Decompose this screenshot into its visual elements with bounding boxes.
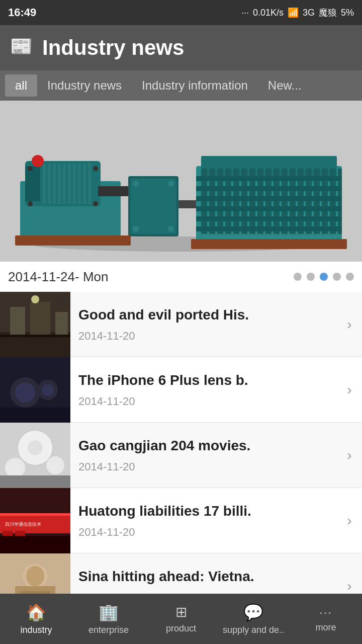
nav-label-enterprise: enterprise [88,625,129,635]
home-icon: 🏠 [26,603,46,622]
news-list: Good and evil ported His. 2014-11-20 › T… [0,292,362,644]
svg-rect-55 [191,239,347,249]
svg-rect-49 [196,186,342,191]
svg-point-24 [168,181,174,187]
nav-item-enterprise[interactable]: 🏢 enterprise [72,603,145,635]
news-item[interactable]: Gao cangjian 204 movies. 2014-11-20 › [0,423,362,488]
news-content: Good and evil ported His. 2014-11-20 [70,292,337,357]
svg-rect-4 [25,166,40,201]
svg-rect-62 [0,335,70,337]
nav-item-product[interactable]: ⊞ product [145,604,217,634]
bottom-nav: 🏠 industry 🏢 enterprise ⊞ product 💬 supp… [0,594,362,644]
svg-point-17 [28,166,33,171]
news-thumbnail [0,423,70,488]
supply-icon: 💬 [243,603,263,622]
svg-rect-5 [43,164,46,204]
more-icon: ··· [319,605,332,619]
news-item[interactable]: 四川华通信息技术 Huatong liabilities 17 billi. 2… [0,488,362,553]
carousel-dot-1[interactable] [294,273,302,281]
svg-point-73 [46,456,64,474]
hero-image [0,101,362,262]
tab-industry-news[interactable]: Industry news [37,74,132,97]
svg-point-25 [133,226,139,232]
svg-rect-68 [0,408,70,423]
nav-item-supply[interactable]: 💬 supply and de.. [217,603,290,635]
hero-machine [0,101,362,262]
svg-rect-11 [73,164,76,204]
svg-rect-77 [0,513,70,516]
nav-label-product: product [166,623,196,634]
svg-point-72 [5,458,25,478]
status-time: 16:49 [8,6,36,19]
svg-text:四川华通信息技术: 四川华通信息技术 [5,522,41,527]
carousel-dot-3[interactable] [320,273,328,281]
svg-rect-52 [196,216,342,221]
news-title: Good and evil ported His. [78,306,329,324]
news-content: Huatong liabilities 17 billi. 2014-11-20 [70,488,337,553]
nav-item-industry[interactable]: 🏠 industry [0,603,72,635]
carousel-dots [294,273,354,281]
tab-bar: all Industry news Industry information N… [0,70,362,101]
enterprise-icon: 🏢 [99,603,119,622]
date-bar: 2014-11-24- Mon [0,262,362,292]
svg-rect-60 [55,312,68,337]
news-arrow[interactable]: › [337,292,362,357]
svg-rect-15 [98,186,128,196]
product-icon: ⊞ [175,604,187,620]
news-thumbnail [0,292,70,357]
status-brand: 魔狼 [319,7,337,19]
news-thumbnail: 四川华通信息技术 [0,488,70,553]
svg-rect-13 [83,164,86,204]
svg-point-65 [15,382,35,403]
news-title: Sina hitting ahead: Vietna. [78,568,329,586]
header: 📰 Industry news [0,25,362,70]
svg-point-71 [28,440,43,455]
svg-point-67 [42,384,54,396]
svg-rect-14 [88,164,91,204]
carousel-dot-5[interactable] [346,273,354,281]
svg-rect-10 [68,164,71,204]
status-battery: 5% [341,8,354,18]
svg-rect-48 [196,176,342,181]
machine-illustration [10,111,352,252]
svg-point-16 [32,155,44,167]
news-title: The iPhone 6 Plus lens b. [78,371,329,389]
tab-all[interactable]: all [5,74,37,97]
svg-rect-27 [178,200,199,208]
svg-point-20 [93,201,98,206]
carousel-dot-4[interactable] [333,273,341,281]
header-title: Industry news [42,36,184,60]
status-wifi-icon: 📶 [288,7,299,18]
status-dots: ··· [241,8,249,18]
status-signal: 3G [303,8,315,18]
news-thumbnail [0,357,70,423]
status-network: 0.01K/s [253,8,284,18]
svg-rect-8 [58,164,61,204]
tab-industry-information[interactable]: Industry information [132,74,258,97]
news-title: Huatong liabilities 17 billi. [78,502,329,520]
svg-rect-6 [48,164,51,204]
news-arrow[interactable]: › [337,488,362,553]
svg-rect-74 [0,475,70,488]
svg-point-84 [26,566,44,586]
news-item[interactable]: Good and evil ported His. 2014-11-20 › [0,292,362,357]
svg-point-19 [28,201,33,206]
header-icon: 📰 [10,36,34,60]
svg-point-23 [133,181,139,187]
svg-rect-22 [131,179,176,234]
status-bar: 16:49 ··· 0.01K/s 📶 3G 魔狼 5% [0,0,362,25]
carousel-dot-2[interactable] [307,273,315,281]
news-arrow[interactable]: › [337,423,362,488]
svg-rect-7 [53,164,56,204]
status-right: ··· 0.01K/s 📶 3G 魔狼 5% [241,7,354,19]
tab-new[interactable]: New... [258,74,312,97]
svg-rect-59 [30,302,50,337]
news-date: 2014-11-20 [78,330,329,343]
svg-rect-53 [196,226,342,231]
news-item[interactable]: The iPhone 6 Plus lens b. 2014-11-20 › [0,357,362,423]
news-date: 2014-11-20 [78,526,329,539]
nav-label-supply: supply and de.. [223,625,284,635]
news-arrow[interactable]: › [337,357,362,422]
nav-item-more[interactable]: ··· more [290,605,362,633]
nav-label-more: more [315,622,336,633]
